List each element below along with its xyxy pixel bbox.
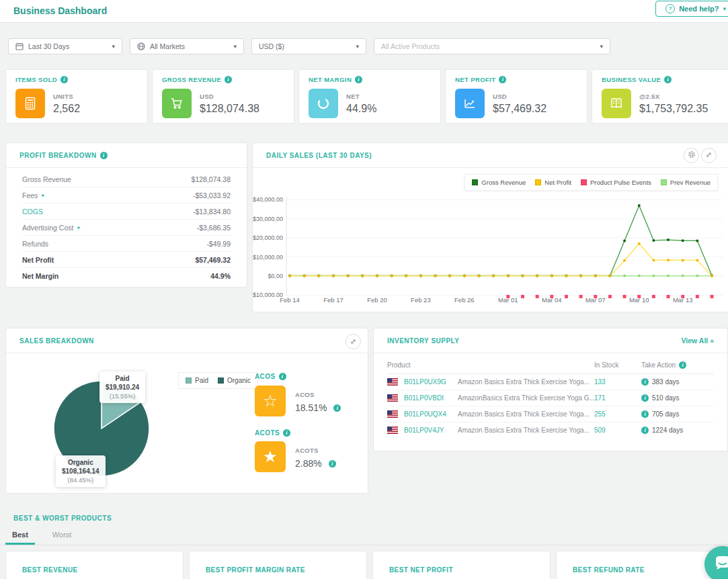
kpi-title: NET MARGIN [309,76,352,83]
info-icon[interactable] [641,410,649,418]
need-help-button[interactable]: Need help? [655,1,728,17]
svg-text:-$10,000.00: -$10,000.00 [253,292,283,298]
book-icon [602,89,631,118]
legend-prev-revenue[interactable]: Prev Revenue [661,179,711,186]
globe-icon [137,42,145,50]
column-product: Product [387,361,594,369]
legend-swatch [186,377,192,384]
currency-value: USD ($) [259,42,284,50]
inventory-row: B01LP0UX9GAmazon Basics Extra Thick Exer… [387,374,714,390]
profit-row-net-margin: Net Margin44.9% [22,268,231,283]
chart-expand-button[interactable] [701,148,717,163]
acos-star-icon [255,386,286,416]
view-all-link[interactable]: View All » [682,337,714,345]
kpi-title: GROSS REVENUE [162,76,221,83]
legend-swatch [535,179,541,185]
markets-dropdown[interactable]: All Markets [130,38,244,54]
currency-dropdown[interactable]: USD ($) [251,38,366,54]
acos-sub-label: ACOS [295,391,315,398]
expand-icon [705,149,713,161]
info-icon[interactable] [225,76,232,83]
asin-link[interactable]: B01LP0UX9G [404,378,458,386]
info-icon[interactable] [355,76,362,83]
asin-link[interactable]: B01LP0UQX4 [404,410,458,418]
kpi-gross-revenue: GROSS REVENUE USD $128,074.38 [152,69,294,124]
best-worst-title: BEST & WORST PRODUCTS [13,515,112,522]
filter-bar: Last 30 Days All Markets USD ($) All Act… [8,38,610,54]
daily-sales-panel: DAILY SALES (LAST 30 DAYS) Gross Revenue… [252,142,728,312]
asin-link[interactable]: B01LP0V4JY [404,427,458,434]
tab-worst[interactable]: Worst [46,528,79,545]
info-icon[interactable] [679,361,686,369]
kpi-value: $1,753,792.35 [639,103,708,115]
info-icon[interactable] [641,394,649,402]
date-range-value: Last 30 Days [28,42,69,50]
inventory-row: B01LP0UQX4Amazon Basics Extra Thick Exer… [387,406,714,422]
svg-text:Feb 23: Feb 23 [411,296,431,304]
daily-sales-chart[interactable]: $40,000.00$30,000.00$20,000.00$10,000.00… [253,194,728,308]
profit-row-fees[interactable]: Fees-$53,033.92 [22,187,231,204]
stock-value[interactable]: 509 [594,427,606,434]
stock-value[interactable]: 255 [594,410,606,418]
info-icon[interactable] [641,427,649,434]
column-in-stock: In Stock [594,361,641,369]
asin-link[interactable]: B01LP0VBDI [404,394,458,402]
kpi-sub: USD [493,93,547,100]
tab-best[interactable]: Best [5,528,35,545]
us-flag-icon [387,378,398,386]
legend-swatch [661,179,667,185]
inventory-row: B01LP0V4JYAmazon Basics Extra Thick Exer… [387,422,714,438]
kpi-sub: USD [200,93,259,100]
info-icon[interactable] [60,76,68,83]
info-icon[interactable] [100,152,108,159]
legend-net-profit[interactable]: Net Profit [535,179,571,186]
svg-text:Feb 14: Feb 14 [280,296,300,304]
profit-row-advertising-cost[interactable]: Advertising Cost-$3,686.35 [22,220,231,236]
kpi-value: 44.9% [346,103,376,115]
cogs-link[interactable]: COGS [22,208,43,216]
legend-product-pulse-events[interactable]: Product Pulse Events [581,179,651,186]
info-icon[interactable] [279,373,286,380]
action-days: 510 days [652,394,680,402]
profit-breakdown-title: PROFIT BREAKDOWN [19,152,97,159]
pie-legend-organic[interactable]: Organic [218,377,251,384]
sales-breakdown-panel: SALES BREAKDOWN Paid Organic Paid $19,91… [5,328,368,494]
info-icon[interactable] [499,76,506,83]
action-days: 705 days [652,410,680,418]
products-placeholder: All Active Products [381,42,440,50]
need-help-label: Need help? [679,5,719,13]
chart-settings-button[interactable] [684,148,699,163]
expand-arrow-icon[interactable] [77,224,80,230]
pie-legend-paid[interactable]: Paid [186,377,208,384]
info-icon[interactable] [333,404,341,412]
stock-value[interactable]: 133 [594,378,606,386]
us-flag-icon [387,394,398,402]
info-icon[interactable] [283,429,290,437]
info-icon[interactable] [641,378,649,386]
profit-row-gross-revenue: Gross Revenue$128,074.38 [22,171,231,187]
acots-star-icon [255,441,286,472]
calendar-icon [15,42,24,50]
best-worst-tabs: Best Worst [0,528,728,545]
profit-row-refunds: Refunds-$49.99 [22,236,231,252]
legend-swatch [218,377,224,384]
date-range-dropdown[interactable]: Last 30 Days [8,38,122,54]
info-icon[interactable] [664,76,672,83]
sales-expand-button[interactable] [346,334,361,349]
expand-arrow-icon[interactable] [42,192,44,198]
chat-icon [714,554,728,574]
business-dashboard-page: Business Dashboard Need help? Last 30 Da… [0,0,728,579]
kpi-title: ITEMS SOLD [15,76,57,83]
chevron-down-icon [600,43,603,50]
info-icon[interactable] [329,460,336,467]
sales-breakdown-title: SALES BREAKDOWN [19,337,94,345]
kpi-title: NET PROFIT [455,76,495,83]
kpi-net-profit: NET PROFIT USD $57,469.32 [445,69,588,124]
products-dropdown[interactable]: All Active Products [374,38,610,54]
legend-swatch [581,179,587,185]
legend-gross-revenue[interactable]: Gross Revenue [472,179,526,186]
stock-value[interactable]: 171 [594,394,606,402]
pie-legend: Paid Organic [178,372,258,389]
action-days: 1224 days [652,427,683,434]
kpi-items-sold: ITEMS SOLD UNITS 2,562 [5,69,148,124]
